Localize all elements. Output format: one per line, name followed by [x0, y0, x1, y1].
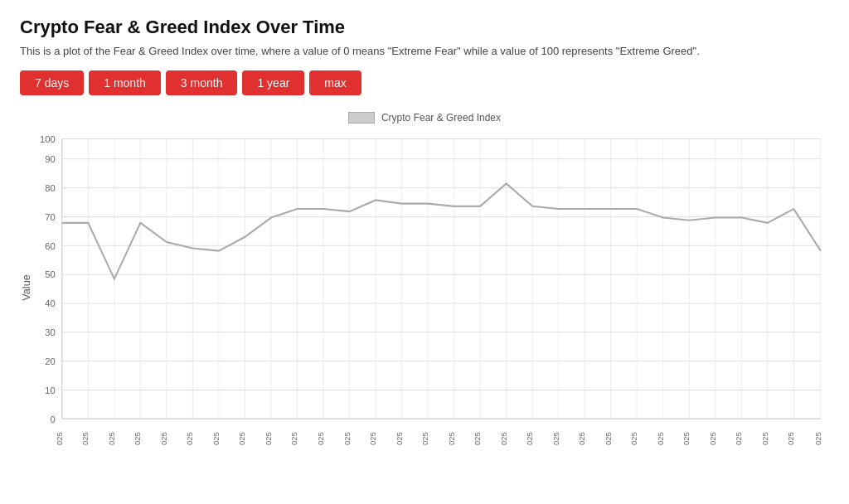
svg-text:6 Feb, 2025: 6 Feb, 2025 — [814, 432, 822, 445]
chart-container: Crypto Fear & Greed Index 0 10 20 30 40 — [20, 112, 829, 443]
svg-text:16 Jan, 2025: 16 Jan, 2025 — [264, 432, 273, 445]
btn-3month[interactable]: 3 month — [166, 70, 238, 95]
svg-text:25 Jan, 2025: 25 Jan, 2025 — [500, 432, 508, 445]
svg-text:1 Feb, 2025: 1 Feb, 2025 — [682, 432, 691, 445]
svg-text:9 Jan, 2025: 9 Jan, 2025 — [82, 432, 90, 445]
time-range-buttons: 7 days 1 month 3 month 1 year max — [20, 70, 829, 95]
svg-text:5 Feb, 2025: 5 Feb, 2025 — [787, 432, 795, 445]
svg-text:24 Jan, 2025: 24 Jan, 2025 — [473, 432, 482, 445]
svg-text:70: 70 — [45, 212, 55, 222]
svg-text:80: 80 — [45, 183, 55, 193]
svg-text:21 Jan, 2025: 21 Jan, 2025 — [395, 432, 404, 445]
chart-svg: 0 10 20 30 40 50 60 70 80 90 100 Value — [20, 130, 829, 445]
svg-text:3 Feb, 2025: 3 Feb, 2025 — [735, 432, 743, 445]
btn-7days[interactable]: 7 days — [20, 70, 84, 95]
chart-area: 0 10 20 30 40 50 60 70 80 90 100 Value — [20, 130, 829, 445]
btn-1month[interactable]: 1 month — [89, 70, 161, 95]
legend-label: Crypto Fear & Greed Index — [381, 112, 501, 124]
svg-text:11 Jan, 2025: 11 Jan, 2025 — [134, 432, 143, 445]
chart-legend: Crypto Fear & Greed Index — [20, 112, 829, 124]
svg-text:60: 60 — [45, 240, 55, 250]
svg-text:100: 100 — [40, 134, 56, 144]
svg-text:29 Jan, 2025: 29 Jan, 2025 — [604, 432, 613, 445]
svg-text:8 Jan, 2025: 8 Jan, 2025 — [56, 432, 64, 445]
svg-text:4 Feb, 2025: 4 Feb, 2025 — [761, 432, 769, 445]
svg-text:2 Feb, 2025: 2 Feb, 2025 — [709, 432, 717, 445]
svg-text:18 Jan, 2025: 18 Jan, 2025 — [317, 432, 325, 445]
svg-text:30 Jan, 2025: 30 Jan, 2025 — [630, 432, 638, 445]
legend-swatch — [348, 112, 375, 124]
svg-text:30: 30 — [45, 327, 55, 337]
svg-text:23 Jan, 2025: 23 Jan, 2025 — [448, 432, 456, 445]
svg-text:90: 90 — [45, 154, 55, 164]
svg-text:13 Jan, 2025: 13 Jan, 2025 — [187, 432, 195, 445]
svg-text:17 Jan, 2025: 17 Jan, 2025 — [291, 432, 299, 445]
svg-text:10: 10 — [45, 385, 55, 395]
svg-text:26 Jan, 2025: 26 Jan, 2025 — [526, 432, 534, 445]
svg-text:20 Jan, 2025: 20 Jan, 2025 — [369, 432, 377, 445]
svg-text:12 Jan, 2025: 12 Jan, 2025 — [160, 432, 168, 445]
svg-text:15 Jan, 2025: 15 Jan, 2025 — [239, 432, 247, 445]
chart-line — [62, 183, 821, 279]
svg-text:40: 40 — [45, 298, 55, 308]
btn-1year[interactable]: 1 year — [242, 70, 304, 95]
svg-text:14 Jan, 2025: 14 Jan, 2025 — [212, 432, 221, 445]
svg-text:28 Jan, 2025: 28 Jan, 2025 — [578, 432, 586, 445]
svg-text:27 Jan, 2025: 27 Jan, 2025 — [552, 432, 560, 445]
svg-text:Value: Value — [21, 274, 32, 301]
svg-text:0: 0 — [50, 414, 55, 424]
page-subtitle: This is a plot of the Fear & Greed Index… — [20, 45, 829, 57]
svg-text:19 Jan, 2025: 19 Jan, 2025 — [343, 432, 352, 445]
btn-max[interactable]: max — [309, 70, 361, 95]
svg-text:31 Jan, 2025: 31 Jan, 2025 — [657, 432, 665, 445]
svg-text:50: 50 — [45, 269, 55, 279]
svg-text:22 Jan, 2025: 22 Jan, 2025 — [421, 432, 429, 445]
svg-text:20: 20 — [45, 356, 55, 366]
page-title: Crypto Fear & Greed Index Over Time — [20, 17, 829, 38]
svg-text:10 Jan, 2025: 10 Jan, 2025 — [108, 432, 116, 445]
